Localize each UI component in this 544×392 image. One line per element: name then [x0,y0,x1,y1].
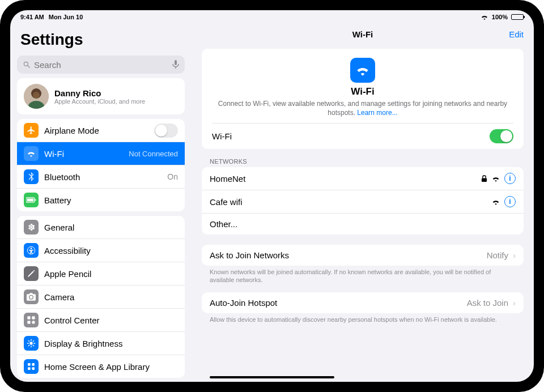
autojoin-label: Auto-Join Hotspot [210,298,462,308]
svg-line-26 [33,340,33,341]
bluetooth-icon [24,169,39,184]
lock-icon [481,175,487,182]
sidebar-item-bluetooth[interactable]: Bluetooth On [17,165,185,188]
page-title: Settings [17,27,185,51]
network-row[interactable]: Cafe wifi i [202,190,524,213]
sidebar-item-control-center[interactable]: Control Center [17,308,185,331]
svg-rect-31 [482,178,487,181]
sidebar-item-label: Wi-Fi [44,149,123,159]
hero-description: Connect to Wi-Fi, view available network… [212,100,513,123]
ipad-frame: 9:41 AM Mon Jun 10 100% Settings [0,0,544,392]
wifi-hero-icon [350,58,375,83]
sidebar-group-general: General Accessibility Apple Pencil [17,216,185,378]
camera-icon [24,289,39,304]
sidebar-item-apple-pencil[interactable]: Apple Pencil [17,262,185,285]
sidebar-item-label: Accessibility [44,246,178,255]
svg-rect-9 [35,199,36,201]
svg-point-18 [29,342,32,344]
wifi-strength-icon [492,199,500,205]
other-network-row[interactable]: Other... [202,213,524,235]
sidebar-item-label: Control Center [44,316,178,325]
status-time: 9:41 AM [20,14,44,20]
sidebar-item-airplane[interactable]: Airplane Mode [17,119,185,142]
home-indicator [210,376,334,378]
airplane-icon [24,123,39,138]
airplane-toggle[interactable] [154,123,178,138]
wifi-toggle-label: Wi-Fi [212,131,232,141]
home-screen-icon [24,359,39,374]
search-icon [23,61,31,69]
svg-line-25 [28,345,29,346]
avatar [24,84,49,109]
search-input[interactable] [34,60,169,70]
sidebar-item-wifi[interactable]: Wi-Fi Not Connected [17,142,185,165]
sidebar-group-connectivity: Airplane Mode Wi-Fi Not Connected Blueto… [17,119,185,211]
svg-rect-2 [175,60,177,65]
search-field[interactable] [17,56,185,74]
svg-rect-16 [27,321,30,323]
ask-join-row[interactable]: Ask to Join Networks Notify › [202,245,524,266]
sidebar-item-label: Airplane Mode [44,126,148,135]
svg-point-7 [33,92,40,99]
account-sub: Apple Account, iCloud, and more [54,98,145,105]
sidebar-item-label: Camera [44,292,178,302]
networks-list: HomeNet i Cafe wifi i Other... [202,167,524,235]
svg-rect-28 [32,363,35,366]
sidebar-item-display[interactable]: Display & Brightness [17,331,185,355]
network-name: HomeNet [210,174,477,184]
autojoin-row[interactable]: Auto-Join Hotspot Ask to Join › [202,292,524,313]
account-card[interactable]: Danny Rico Apple Account, iCloud, and mo… [17,78,185,114]
sidebar-item-label: Apple Pencil [44,269,178,279]
svg-line-24 [33,345,33,346]
svg-rect-27 [28,363,31,366]
learn-more-link[interactable]: Learn more... [357,109,397,117]
sidebar-item-label: Home Screen & App Library [44,362,178,372]
other-label: Other... [210,219,516,229]
svg-rect-30 [32,367,35,370]
svg-point-0 [24,62,28,66]
battery-percent: 100% [492,14,508,20]
accessibility-icon [24,243,39,258]
sidebar-item-home-screen[interactable]: Home Screen & App Library [17,355,185,378]
sidebar-item-value: On [167,172,178,181]
sidebar-item-battery[interactable]: Battery [17,188,185,211]
autojoin-card: Auto-Join Hotspot Ask to Join › [202,292,524,313]
svg-rect-15 [32,316,35,319]
svg-line-23 [28,340,29,341]
info-button[interactable]: i [504,196,516,207]
hero-title: Wi-Fi [212,86,513,97]
sidebar: Settings Danny Rico Apple Accou [10,23,192,382]
status-bar: 9:41 AM Mon Jun 10 100% [10,10,534,23]
network-name: Cafe wifi [210,197,487,207]
sidebar-item-accessibility[interactable]: Accessibility [17,238,185,262]
sidebar-item-camera[interactable]: Camera [17,285,185,308]
control-center-icon [24,313,39,327]
screen: 9:41 AM Mon Jun 10 100% Settings [10,10,534,382]
svg-rect-14 [27,316,30,319]
ask-join-label: Ask to Join Networks [210,250,482,260]
battery-icon [511,14,524,20]
sidebar-item-label: General [44,223,178,232]
networks-header: Networks [210,158,524,165]
sidebar-item-label: Bluetooth [44,172,162,182]
network-row[interactable]: HomeNet i [202,167,524,190]
info-button[interactable]: i [504,173,516,184]
mic-icon[interactable] [172,60,179,69]
wifi-icon [481,14,488,20]
account-name: Danny Rico [54,88,145,98]
ask-join-value: Notify [487,250,508,260]
autojoin-footer: Allow this device to automatically disco… [202,313,524,323]
detail-header: Wi-Fi Edit [192,23,534,45]
chevron-right-icon: › [513,298,516,308]
sidebar-item-general[interactable]: General [17,216,185,238]
sidebar-item-label: Display & Brightness [44,339,178,348]
wifi-toggle[interactable] [490,129,513,143]
svg-point-11 [30,226,32,228]
pencil-icon [24,266,39,281]
edit-button[interactable]: Edit [509,29,524,39]
ask-join-footer: Known networks will be joined automatica… [202,266,524,284]
wifi-icon [24,146,39,161]
wifi-hero: Wi-Fi Connect to Wi-Fi, view available n… [202,49,524,149]
svg-rect-10 [27,199,33,202]
sidebar-item-value: Not Connected [129,150,178,158]
